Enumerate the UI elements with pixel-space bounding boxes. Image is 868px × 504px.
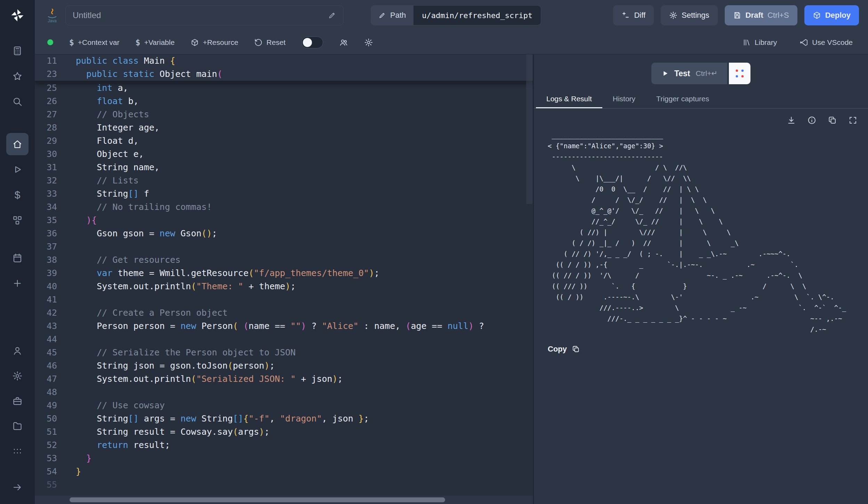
sidebar-item-variables[interactable]: $	[6, 184, 29, 206]
code-text: String json = gson.toJson(person);	[57, 359, 275, 372]
script-name-input[interactable]	[73, 10, 328, 20]
diff-button[interactable]: Diff	[613, 5, 654, 25]
settings-button[interactable]: Settings	[661, 5, 718, 25]
sidebar-item-workers[interactable]	[6, 390, 29, 412]
library-button[interactable]: Library	[742, 38, 777, 47]
code-line[interactable]: 45 // Serialize the Person object to JSO…	[35, 346, 533, 359]
code-line[interactable]: 29 Float d,	[35, 134, 533, 148]
sidebar-item-folders[interactable]	[6, 415, 29, 437]
code-text: // Get resources	[57, 253, 180, 267]
horizontal-scrollbar-track[interactable]	[35, 496, 533, 504]
script-name-field[interactable]	[65, 5, 344, 25]
code-line[interactable]: 37	[35, 240, 533, 253]
sidebar-item-create[interactable]	[6, 272, 29, 294]
sidebar-item-settings[interactable]	[6, 365, 29, 387]
sidebar-item-favorites[interactable]	[6, 65, 29, 87]
vertical-scrollbar[interactable]	[526, 54, 532, 204]
code-line[interactable]: 52 return result;	[35, 439, 533, 452]
expand-result-button[interactable]	[848, 116, 858, 125]
download-result-button[interactable]	[787, 116, 796, 125]
code-text	[57, 240, 76, 253]
deploy-button[interactable]: Deploy	[804, 5, 859, 25]
code-line[interactable]: 25 int a,	[35, 81, 533, 95]
horizontal-scrollbar-thumb[interactable]	[70, 497, 445, 502]
tab-history[interactable]: History	[602, 89, 646, 108]
windmill-app: $ Java	[0, 0, 868, 504]
pencil-icon	[378, 11, 386, 19]
sidebar-item-home[interactable]	[6, 133, 29, 155]
code-line[interactable]: 36 Gson gson = new Gson();	[35, 227, 533, 240]
result-toolbar	[534, 109, 868, 126]
code-line[interactable]: 41	[35, 293, 533, 306]
code-line[interactable]: 42 // Create a Person object	[35, 306, 533, 320]
capture-button[interactable]	[729, 63, 750, 84]
code-line[interactable]: 43 Person person = new Person( (name == …	[35, 320, 533, 333]
path-button[interactable]: Path	[371, 5, 413, 25]
code-text: var theme = Wmill.getResource("f/app_the…	[57, 267, 379, 280]
code-text: Person person = new Person( (name == "")…	[57, 320, 484, 333]
copy-result-json-button[interactable]	[828, 116, 837, 125]
code-line[interactable]: 51 String result = Cowsay.say(args);	[35, 425, 533, 439]
code-line[interactable]: 23 public static Object main(	[35, 68, 533, 81]
code-line[interactable]: 53 }	[35, 452, 533, 465]
connection-status-dot	[47, 39, 53, 45]
code-line[interactable]: 34 // No trailing commas!	[35, 200, 533, 214]
code-line[interactable]: 54}	[35, 465, 533, 478]
code-line[interactable]: 50 String[] args = new String[]{"-f", "d…	[35, 412, 533, 425]
code-line[interactable]: 26 float b,	[35, 95, 533, 108]
plus-icon	[12, 278, 23, 289]
line-number: 41	[35, 293, 57, 306]
result-info-button[interactable]	[807, 116, 817, 125]
code-line[interactable]: 48	[35, 386, 533, 399]
assistant-toggle[interactable]	[302, 37, 323, 48]
copy-icon	[828, 116, 837, 125]
library-icon	[742, 38, 751, 47]
editor-settings-button[interactable]	[364, 38, 373, 47]
test-button[interactable]: Test Ctrl+↵	[651, 63, 727, 84]
tab-trigger-captures[interactable]: Trigger captures	[646, 89, 720, 108]
code-line[interactable]: 39 var theme = Wmill.getResource("f/app_…	[35, 267, 533, 280]
sidebar-item-calculator[interactable]	[6, 40, 29, 62]
edit-name-icon[interactable]	[328, 11, 336, 19]
code-line[interactable]: 27 // Objects	[35, 108, 533, 121]
add-resource-button[interactable]: +Resource	[191, 38, 238, 47]
code-line[interactable]: 31 String name,	[35, 161, 533, 174]
sidebar-item-resources[interactable]	[6, 209, 29, 231]
script-path[interactable]: u/admin/refreshed_script	[413, 5, 541, 25]
test-group: Test Ctrl+↵	[651, 63, 750, 84]
sidebar-item-groups[interactable]	[6, 440, 29, 462]
code-line[interactable]: 40 System.out.println("Theme: " + theme)…	[35, 280, 533, 293]
resource-cube-icon	[191, 38, 199, 47]
sidebar-item-runs[interactable]	[6, 158, 29, 181]
reset-button[interactable]: Reset	[254, 38, 286, 47]
code-line[interactable]: 30 Object e,	[35, 148, 533, 161]
add-variable-button[interactable]: $ +Variable	[136, 38, 175, 47]
code-line[interactable]: 47 System.out.println("Serialized JSON: …	[35, 372, 533, 386]
use-vscode-button[interactable]: Use VScode	[800, 38, 853, 47]
copy-result-button[interactable]: Copy	[534, 335, 868, 354]
code-text: Float d,	[57, 134, 139, 148]
code-line[interactable]: 55	[35, 478, 533, 491]
code-editor[interactable]: 11public class Main {23 public static Ob…	[35, 54, 533, 504]
collaborators-button[interactable]	[339, 38, 348, 47]
draft-button[interactable]: Draft Ctrl+S	[725, 5, 797, 25]
tab-logs-result[interactable]: Logs & Result	[536, 89, 602, 108]
add-context-var-button[interactable]: $ +Context var	[69, 38, 120, 47]
code-line[interactable]: 32 // Lists	[35, 174, 533, 187]
expand-sidebar-button[interactable]	[6, 476, 29, 498]
sidebar-item-search[interactable]	[6, 90, 29, 113]
code-line[interactable]: 33 String[] f	[35, 187, 533, 200]
code-line[interactable]: 11public class Main {	[35, 54, 533, 68]
line-number: 28	[35, 121, 57, 134]
code-line[interactable]: 49 // Use cowsay	[35, 399, 533, 412]
code-line[interactable]: 38 // Get resources	[35, 253, 533, 267]
code-line[interactable]: 28 Integer age,	[35, 121, 533, 134]
diff-icon	[621, 11, 630, 19]
sidebar-item-users[interactable]	[6, 340, 29, 362]
code-line[interactable]: 35 ){	[35, 214, 533, 227]
sidebar-item-schedules[interactable]	[6, 247, 29, 269]
code-line[interactable]: 46 String json = gson.toJson(person);	[35, 359, 533, 372]
gear-icon	[669, 11, 677, 19]
windmill-logo[interactable]	[10, 0, 25, 31]
code-line[interactable]: 44	[35, 333, 533, 346]
